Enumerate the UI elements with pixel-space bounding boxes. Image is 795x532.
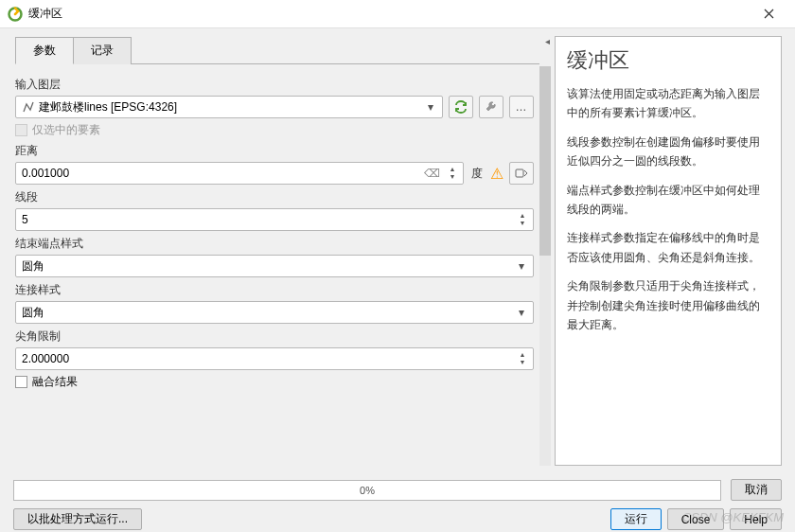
wrench-icon (485, 100, 498, 114)
tab-log[interactable]: 记录 (73, 37, 132, 64)
window-title: 缓冲区 (28, 6, 750, 22)
join-combo[interactable]: 圆角 ▾ (15, 301, 534, 324)
help-box: 缓冲区 该算法使用固定或动态距离为输入图层中的所有要素计算缓冲区。 线段参数控制… (555, 36, 782, 466)
chevron-down-icon: ▾ (514, 258, 529, 274)
help-text: 连接样式参数指定在偏移线中的角时是否应该使用圆角、尖角还是斜角连接。 (567, 228, 769, 267)
join-label: 连接样式 (15, 282, 534, 298)
tab-parameters[interactable]: 参数 (15, 37, 74, 64)
distance-spinner[interactable]: ▲▼ (446, 166, 459, 181)
title-bar: 缓冲区 (0, 0, 795, 28)
segments-label: 线段 (15, 189, 534, 205)
parameters-panel: 参数 记录 输入图层 建邺鼓楼lines [EPSG:4326] ▾ (0, 28, 551, 473)
close-button[interactable]: Close (667, 508, 725, 530)
progress-text: 0% (360, 485, 375, 496)
svg-rect-1 (516, 169, 523, 177)
settings-button[interactable] (479, 96, 504, 118)
app-icon (8, 7, 23, 22)
selected-only-checkbox (15, 124, 27, 136)
ellipsis-icon: … (516, 100, 528, 114)
help-text: 端点样式参数控制在缓冲区中如何处理线段的两端。 (567, 181, 769, 220)
dissolve-label: 融合结果 (32, 374, 78, 390)
segments-input[interactable]: 5 ▲▼ (15, 208, 534, 231)
miter-value: 2.000000 (22, 352, 514, 365)
help-title: 缓冲区 (567, 46, 769, 75)
help-text: 尖角限制参数只适用于尖角连接样式，并控制创建尖角连接时使用偏移曲线的最大距离。 (567, 276, 769, 334)
data-defined-button[interactable] (509, 162, 534, 185)
miter-input[interactable]: 2.000000 ▲▼ (15, 347, 534, 370)
batch-button[interactable]: 以批处理方式运行... (13, 508, 142, 530)
tab-bar: 参数 记录 (15, 36, 539, 64)
scrollbar[interactable] (539, 66, 551, 466)
help-panel: ◂ 缓冲区 该算法使用固定或动态距离为输入图层中的所有要素计算缓冲区。 线段参数… (551, 28, 795, 473)
input-layer-value: 建邺鼓楼lines [EPSG:4326] (39, 99, 177, 115)
expression-icon (515, 168, 528, 179)
line-layer-icon (22, 100, 35, 114)
cancel-button[interactable]: 取消 (731, 479, 782, 501)
progress-bar: 0% (13, 480, 721, 501)
distance-input[interactable]: 0.001000 ⌫ ▲▼ (15, 162, 464, 185)
chevron-down-icon: ▾ (423, 99, 438, 115)
endcap-combo[interactable]: 圆角 ▾ (15, 255, 534, 277)
iterate-icon (453, 100, 468, 114)
warning-icon: ⚠ (490, 165, 504, 183)
dissolve-checkbox[interactable] (15, 376, 27, 388)
miter-label: 尖角限制 (15, 328, 534, 345)
miter-spinner[interactable]: ▲▼ (516, 351, 529, 366)
join-value: 圆角 (22, 305, 44, 321)
input-layer-label: 输入图层 (15, 77, 534, 93)
iterate-button[interactable] (449, 96, 473, 118)
help-text: 该算法使用固定或动态距离为输入图层中的所有要素计算缓冲区。 (567, 84, 769, 123)
help-button[interactable]: Help (730, 508, 782, 530)
browse-button[interactable]: … (509, 96, 534, 118)
chevron-down-icon: ▾ (514, 305, 529, 320)
endcap-label: 结束端点样式 (15, 236, 534, 252)
main-content: 参数 记录 输入图层 建邺鼓楼lines [EPSG:4326] ▾ (0, 28, 795, 473)
distance-label: 距离 (15, 143, 534, 159)
selected-only-label: 仅选中的要素 (32, 122, 100, 138)
bottom-area: 0% 取消 以批处理方式运行... 运行 Close Help (0, 473, 795, 532)
segments-spinner[interactable]: ▲▼ (516, 212, 529, 227)
run-button[interactable]: 运行 (610, 508, 662, 530)
close-icon (764, 9, 774, 19)
clear-icon[interactable]: ⌫ (420, 167, 444, 180)
segments-value: 5 (22, 213, 514, 226)
help-text: 线段参数控制在创建圆角偏移时要使用近似四分之一圆的线段数。 (567, 133, 769, 171)
distance-unit: 度 (469, 166, 485, 182)
collapse-handle[interactable]: ◂ (545, 36, 550, 46)
endcap-value: 圆角 (22, 258, 44, 275)
input-layer-combo[interactable]: 建邺鼓楼lines [EPSG:4326] ▾ (15, 96, 443, 118)
distance-value: 0.001000 (22, 167, 420, 180)
form-area: 输入图层 建邺鼓楼lines [EPSG:4326] ▾ … (15, 72, 539, 466)
close-window-button[interactable] (750, 1, 787, 27)
